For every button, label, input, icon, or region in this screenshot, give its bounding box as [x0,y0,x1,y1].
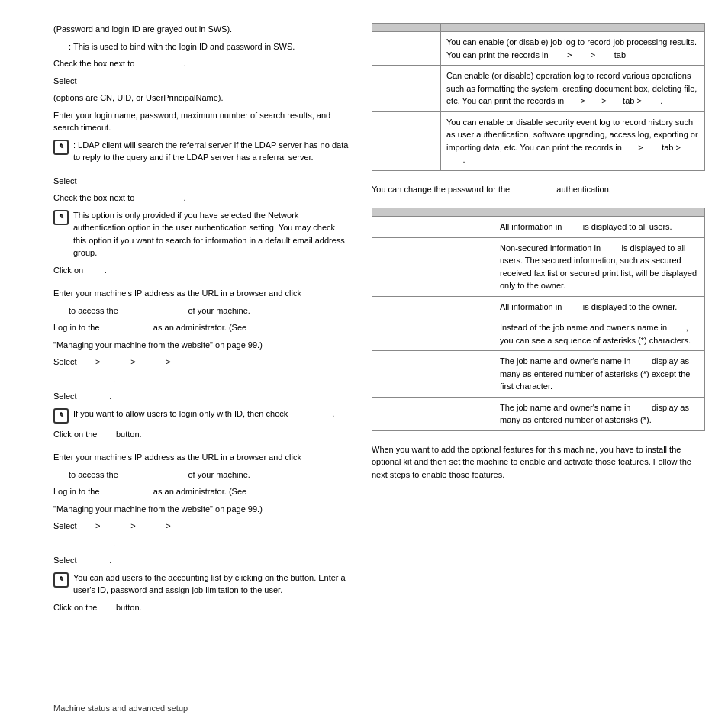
table-header-cell-1 [372,24,441,32]
text-block-1: (Password and login ID are grayed out in… [53,23,349,36]
text-bind-login: : This is used to bind with the login ID… [69,42,295,51]
text-check-box-2: Check the box next to . [53,193,186,202]
text-blank-s3: . [69,539,115,548]
table2-cell-2-2 [433,237,494,296]
table-cell-job-desc: You can enable (or disable) job log to r… [441,32,705,66]
table2-cell-3-3: All information in is displayed to the o… [494,296,705,317]
text-check-box: Check the box next to . [53,59,186,68]
table2-cell-5-2 [433,351,494,398]
text-block-select-s1: Select > > > [53,356,349,369]
table2-cell-4-1 [372,317,433,351]
table2-row-4: Instead of the job name and owner's name… [372,317,705,351]
table2-cell-6-2 [433,397,494,430]
table2-row-1: All information in is displayed to all u… [372,217,705,238]
right-column: You can enable (or disable) job log to r… [364,15,728,713]
note-text-ldap: : LDAP client will search the referral s… [73,139,349,164]
text-access-2: to access the of your machine. [69,470,250,479]
table2-cell-1-3: All information in is displayed to all u… [494,217,705,238]
table-cell-sec-label [372,111,441,170]
table2-cell-1-1 [372,217,433,238]
text-block-select-s2: Select . [53,390,349,403]
footer-text: Machine status and advanced setup [53,704,188,713]
text-block-select-2: Select [53,175,349,188]
password-note-text: You can change the password for the auth… [372,185,611,194]
text-block-access-2: to access the of your machine. [53,469,349,482]
note-text-network: This option is only provided if you have… [73,209,349,259]
text-block-login-2: Log in to the as an administrator. (See [53,485,349,498]
left-column: (Password and login ID are grayed out in… [0,15,364,713]
text-select-2: Select [53,176,77,185]
table2-cell-4-2 [433,317,494,351]
text-block-select-s3: Select > > > [53,520,349,533]
table2-cell-1-2 [433,217,494,238]
text-block-managing-2: "Managing your machine from the website"… [53,503,349,516]
table2-cell-6-3: The job name and owner's name in display… [494,397,705,430]
table2-cell-4-3: Instead of the job name and owner's name… [494,317,705,351]
table2-cell-5-3: The job name and owner's name in display… [494,351,705,398]
note-icon-4: ✎ [53,572,69,588]
text-select-1: Select [53,76,77,85]
note-icon-3: ✎ [53,408,69,424]
table2-header-3 [494,208,705,217]
text-ip-address-1: Enter your machine's IP address as the U… [53,288,301,298]
text-block-blank-s1: . [53,373,349,386]
note-block-login-id: ✎ If you want to allow users to login on… [53,407,349,424]
table2-header-row [372,208,705,217]
text-block-click-3: Click on the button. [53,601,349,614]
text-block-managing-1: "Managing your machine from the website"… [53,339,349,352]
note-block-ldap: ✎ : LDAP client will search the referral… [53,139,349,164]
note-icon-2: ✎ [53,210,69,225]
text-select-s3: Select > > > [53,521,171,530]
text-click-on-1: Click on . [53,266,107,275]
password-note: You can change the password for the auth… [372,183,705,196]
note-block-network: ✎ This option is only provided if you ha… [53,209,349,259]
table2-cell-2-1 [372,237,433,296]
bottom-note: When you want to add the optional featur… [372,443,705,482]
text-block-check-2: Check the box next to . [53,192,349,205]
text-block-3: Check the box next to . [53,57,349,70]
text-block-blank-s3: . [53,537,349,550]
text-block-click-1: Click on . [53,264,349,277]
text-access-1: to access the of your machine. [69,306,250,315]
text-options: (options are CN, UID, or UserPrincipalNa… [53,93,224,102]
text-select-s2: Select . [53,391,111,401]
text-login-1: Log in to the as an administrator. (See [53,323,246,332]
table2-cell-2-3: Non-secured information in is displayed … [494,237,705,296]
text-block-ip-2: Enter your machine's IP address as the U… [53,451,349,464]
text-block-4: Select [53,75,349,88]
table-row-header-1 [372,24,705,32]
table2-header-1 [372,208,433,217]
text-block-2: : This is used to bind with the login ID… [53,40,349,53]
text-block-click-2: Click on the button. [53,428,349,441]
display-settings-table: All information in is displayed to all u… [372,208,705,431]
table2-cell-6-1 [372,397,433,430]
text-block-5: (options are CN, UID, or UserPrincipalNa… [53,92,349,105]
text-password-grayed: (Password and login ID are grayed out in… [53,24,232,34]
text-block-6: Enter your login name, password, maximum… [53,109,349,134]
text-enter-login: Enter your login name, password, maximum… [53,111,330,133]
footer: Machine status and advanced setup [53,704,188,713]
text-managing-1: "Managing your machine from the website"… [53,340,263,350]
text-select-s1: Select > > > [53,357,171,366]
table-cell-sec-desc: You can enable or disable security event… [441,111,705,170]
table-cell-op-desc: Can enable (or disable) operation log to… [441,66,705,112]
text-ip-address-2: Enter your machine's IP address as the U… [53,453,301,462]
text-click-on-3: Click on the button. [53,603,142,612]
table-row-job-log: You can enable (or disable) job log to r… [372,32,705,66]
table-cell-job-label [372,32,441,66]
table2-row-6: The job name and owner's name in display… [372,397,705,430]
table2-row-3: All information in is displayed to the o… [372,296,705,317]
note-icon-1: ✎ [53,140,69,155]
table-header-cell-2 [441,24,705,32]
table-row-op-log: Can enable (or disable) operation log to… [372,66,705,112]
table2-row-5: The job name and owner's name in display… [372,351,705,398]
text-block-login-1: Log in to the as an administrator. (See [53,321,349,334]
text-managing-2: "Managing your machine from the website"… [53,504,263,514]
text-block-ip-1: Enter your machine's IP address as the U… [53,287,349,300]
text-block-select-s4: Select . [53,554,349,567]
bottom-note-text: When you want to add the optional featur… [372,445,691,479]
table2-header-2 [433,208,494,217]
table2-cell-3-1 [372,296,433,317]
table2-cell-5-1 [372,351,433,398]
text-blank-s1: . [69,375,115,384]
